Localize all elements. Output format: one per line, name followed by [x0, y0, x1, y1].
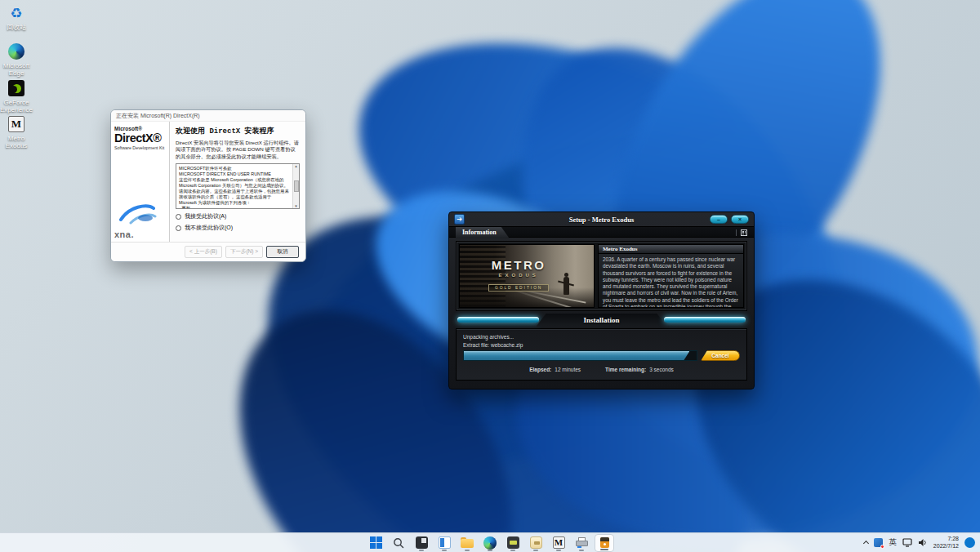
directx-wordmark: DirectX®: [114, 131, 166, 145]
edge-icon: [483, 536, 497, 550]
scrollbar-thumb[interactable]: [294, 180, 299, 192]
status-line-1: Unpacking archives...: [463, 334, 740, 340]
edge-button[interactable]: [480, 534, 500, 552]
close-button[interactable]: ×: [731, 215, 749, 224]
scroll-down-icon[interactable]: ▼: [294, 204, 297, 208]
next-button[interactable]: 下一步(N) >: [225, 246, 263, 258]
search-icon: [393, 537, 404, 549]
progress-fill: [464, 351, 689, 360]
file-explorer-button[interactable]: [457, 534, 477, 552]
game-info-header: Metro Exodus: [599, 245, 743, 254]
desktop-icon-geforce-experience[interactable]: GeForce Experience: [0, 79, 35, 114]
tab-information[interactable]: Information: [456, 227, 510, 238]
microsoft-wordmark: Microsoft®: [114, 126, 166, 131]
metro-titlebar: ➔ Setup - Metro Exodus – ×: [449, 212, 754, 226]
network-icon[interactable]: [902, 538, 912, 547]
setup-welcome-heading: 欢迎使用 DirectX 安装程序: [176, 126, 300, 136]
artwork-subtitle: EXODUS: [479, 273, 559, 278]
information-panel: METRO EXODUS GOLD EDITION Metro Exodus 2…: [456, 241, 747, 311]
gold-edition-badge: GOLD EDITION: [488, 284, 549, 292]
license-text: MICROSOFT软件许可条款 MICROSOFT DIRECTX END US…: [176, 164, 299, 209]
setup-wizard-taskbar-button[interactable]: [595, 534, 614, 552]
metro-m-icon: M: [7, 115, 25, 133]
desktop-icon-label: Metro Exodus: [0, 135, 35, 149]
back-button[interactable]: < 上一步(B): [185, 246, 222, 258]
desktop-icon-label: 回收站: [0, 24, 35, 31]
installation-section-header: Installation: [456, 314, 747, 327]
artem-silhouette: [564, 277, 569, 295]
minimize-button[interactable]: –: [710, 215, 728, 224]
tray-date: 2022/7/12: [933, 543, 959, 550]
desktop-icon-metro-exodus[interactable]: M Metro Exodus: [0, 115, 35, 149]
game-info-box: Metro Exodus 2036. A quarter of a centur…: [598, 244, 744, 308]
license-agreement-box[interactable]: MICROSOFT软件许可条款 MICROSOFT DIRECTX END US…: [176, 163, 300, 209]
edge-icon: [7, 42, 25, 60]
dark-app-icon: [416, 536, 428, 549]
scroll-up-icon[interactable]: ▲: [294, 164, 297, 168]
start-button[interactable]: [366, 534, 385, 552]
desktop: ♻ 回收站 Microsoft Edge GeForce Experience …: [0, 0, 980, 552]
xna-wordmark: xna.: [114, 229, 166, 239]
elapsed-time: Elapsed:12 minutes: [529, 367, 581, 372]
directx-brand-panel: Microsoft® DirectX® Software Development…: [111, 122, 170, 242]
cancel-install-button[interactable]: Cancel: [701, 350, 740, 361]
taskbar-app-dark[interactable]: [412, 534, 431, 552]
directx-window-title: 正在安装 Microsoft(R) DirectX(R): [111, 110, 305, 121]
desktop-icon-label: GeForce Experience: [0, 99, 35, 114]
taskbar: M 英 7:28 2022/7/12: [0, 532, 980, 552]
radio-accept-license[interactable]: 我接受此协议(A): [176, 212, 300, 220]
metro-exodus-taskbar-button[interactable]: M: [549, 534, 568, 552]
metro-exodus-setup-window: ➔ Setup - Metro Exodus – × Information M…: [448, 211, 755, 390]
installation-title: Installation: [456, 314, 747, 327]
metro-tabstrip: Information: [449, 226, 754, 238]
setup-intro-text: DirectX 安装向导将引导您安装 DirectX 运行时组件。请阅读下面的许…: [176, 140, 300, 160]
search-button[interactable]: [389, 534, 408, 552]
installation-panel: Unpacking archives... Extract file: webc…: [456, 328, 747, 381]
light-app-icon: [530, 536, 542, 549]
time-remaining: Time remaining:3 seconds: [605, 367, 674, 372]
notification-badge[interactable]: [964, 537, 975, 548]
toolbox-icon: [507, 536, 519, 549]
taskbar-app-light[interactable]: [526, 534, 546, 552]
tray-overflow-chevron-icon[interactable]: [863, 541, 869, 546]
status-line-2: Extract file: webcache.zip: [463, 342, 740, 348]
radio-decline-license[interactable]: 我不接受此协议(O): [176, 224, 300, 232]
xna-swirl-icon: [114, 198, 166, 229]
artwork-title: METRO: [479, 258, 559, 272]
blue-window-icon: [439, 536, 451, 549]
printer-icon: [576, 537, 588, 549]
recycle-bin-icon: ♻: [7, 4, 25, 22]
windows-logo-icon: [370, 536, 382, 549]
license-scrollbar[interactable]: ▲ ▼: [292, 164, 299, 208]
clock[interactable]: 7:28 2022/7/12: [933, 536, 959, 550]
volume-icon[interactable]: [918, 538, 928, 547]
progress-bar: [463, 350, 697, 361]
setup-wizard-icon: [600, 537, 609, 548]
radio-accept-label: 我接受此协议(A): [185, 212, 226, 220]
geforce-icon: [7, 79, 25, 97]
desktop-icon-edge[interactable]: Microsoft Edge: [0, 42, 35, 77]
security-tray-icon[interactable]: [874, 538, 883, 547]
game-description: 2036. A quarter of a century has passed …: [599, 254, 743, 308]
ime-indicator[interactable]: 英: [889, 537, 897, 548]
desktop-icon-recycle-bin[interactable]: ♻ 回收站: [0, 4, 35, 31]
taskbar-app-printer[interactable]: [572, 534, 591, 552]
metro-m-icon: M: [553, 536, 565, 549]
radio-icon[interactable]: [176, 214, 181, 220]
sdk-subtitle: Software Development Kit: [114, 145, 166, 150]
tray-time: 7:28: [933, 536, 959, 543]
setup-app-icon: ➔: [454, 214, 465, 225]
taskbar-app-window[interactable]: [434, 534, 454, 552]
desktop-icon-label: Microsoft Edge: [0, 62, 35, 77]
folder-icon: [461, 537, 474, 548]
radio-icon[interactable]: [176, 225, 181, 231]
metro-exodus-artwork: METRO EXODUS GOLD EDITION: [459, 244, 595, 308]
taskbar-app-toolbox[interactable]: [503, 534, 523, 552]
directx-setup-window: 正在安装 Microsoft(R) DirectX(R) Microsoft® …: [110, 109, 306, 262]
radio-decline-label: 我不接受此协议(O): [185, 224, 233, 232]
grid-icon[interactable]: [741, 229, 747, 236]
cancel-button[interactable]: 取消: [266, 246, 299, 258]
tabstrip-divider: [736, 229, 737, 236]
metro-window-title: Setup - Metro Exodus: [449, 216, 754, 224]
